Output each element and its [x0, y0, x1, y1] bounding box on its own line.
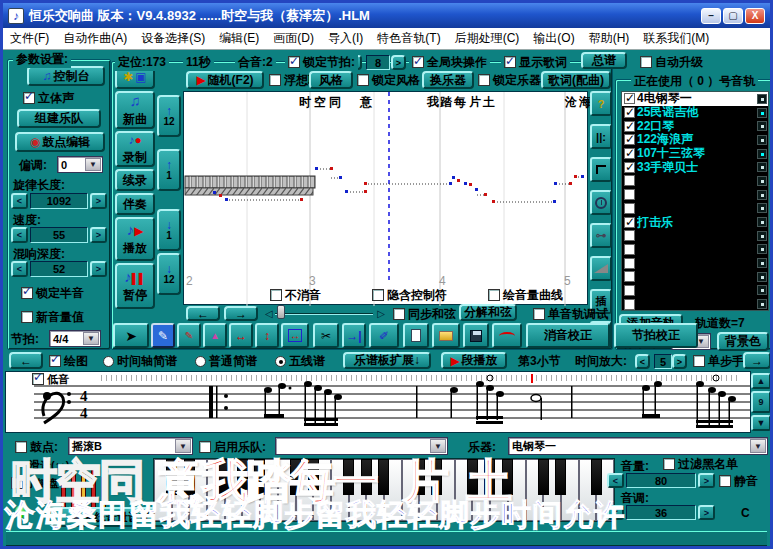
instrument-dropdown[interactable]: 电钢琴一 [508, 437, 768, 455]
piano-key-black[interactable] [308, 459, 319, 495]
mute-checkbox[interactable]: 静音 [719, 475, 758, 488]
reverb-dec[interactable]: < [11, 261, 28, 277]
track-checkbox[interactable] [624, 299, 635, 310]
reverb-inc[interactable]: > [90, 261, 107, 277]
scroll-right-button[interactable]: → [224, 306, 258, 321]
view-right-button[interactable]: → [743, 352, 771, 369]
track-checkbox[interactable] [624, 162, 635, 173]
lock-instrument-checkbox[interactable]: 锁定乐器 [478, 74, 541, 87]
track-row[interactable] [622, 270, 768, 284]
lock-style-checkbox[interactable]: 锁定风格 [357, 74, 420, 87]
track-mini-button[interactable] [757, 190, 767, 200]
track-row[interactable]: 122海浪声 [622, 133, 768, 147]
track-mini-button[interactable] [757, 149, 767, 159]
piano-key-black[interactable] [166, 459, 177, 495]
piano-key-black[interactable] [184, 459, 195, 495]
score-expand-button[interactable]: 乐谱板扩展↓ [343, 352, 431, 369]
staff-score-radio[interactable]: 五线谱 [275, 355, 325, 368]
track-row[interactable]: 22口琴 [622, 119, 768, 133]
track-row[interactable] [622, 297, 768, 311]
menu-item[interactable]: 画面(D) [266, 27, 321, 50]
lyrics-compose-button[interactable]: 歌词(配曲) [541, 71, 611, 89]
menu-item[interactable]: 帮助(H) [582, 27, 637, 50]
menu-item[interactable]: 联系我们(M) [636, 27, 716, 50]
tie-curve-button[interactable] [492, 323, 522, 348]
record-button[interactable]: ♪●录制 [115, 131, 155, 167]
single-track-debug-checkbox[interactable]: 单音轨调试 [533, 308, 608, 321]
menu-item[interactable]: 后期处理(C) [448, 27, 527, 50]
hidden-controller-checkbox[interactable]: 隐含控制符 [372, 287, 447, 304]
open-file-button[interactable] [432, 323, 460, 348]
sync-chord-checkbox[interactable]: 同步和弦 [393, 308, 456, 321]
mute-correct-button[interactable]: 消音校正 [526, 323, 610, 348]
track-row[interactable] [622, 243, 768, 257]
clock-button[interactable] [590, 190, 612, 215]
eraser-tool-button[interactable]: ▲ [203, 323, 227, 348]
play-button[interactable]: ♪▶播放 [115, 217, 155, 261]
random-button[interactable]: ▶随机(F2) [186, 71, 264, 89]
band-dropdown[interactable] [275, 437, 448, 455]
track-row[interactable] [622, 188, 768, 202]
piano-key-black[interactable] [290, 459, 301, 495]
staff-scroll-up[interactable]: ▲ [751, 373, 771, 389]
track-row[interactable]: 107十三弦琴 [622, 147, 768, 161]
track-checkbox[interactable] [624, 175, 635, 186]
menu-item[interactable]: 文件(F) [3, 27, 56, 50]
track-row[interactable] [622, 229, 768, 243]
track-mini-button[interactable] [757, 162, 767, 172]
beat-correct-button[interactable]: 节拍校正 [614, 323, 698, 348]
drum-edit-button[interactable]: ◉鼓点编辑 [15, 132, 105, 152]
track-row[interactable] [622, 174, 768, 188]
track-row[interactable] [622, 256, 768, 270]
track-row[interactable]: 25民谣吉他 [622, 106, 768, 120]
track-checkbox[interactable] [624, 285, 635, 296]
track-mini-button[interactable] [757, 203, 767, 213]
track-checkbox[interactable] [624, 134, 635, 145]
menu-item[interactable]: 编辑(E) [212, 27, 266, 50]
track-checkbox[interactable] [624, 203, 635, 214]
track-checkbox[interactable] [624, 271, 635, 282]
position-slider[interactable]: ◁ ▷ [265, 308, 385, 320]
track-checkbox[interactable] [624, 189, 635, 200]
simple-score-radio[interactable]: 普通简谱 [195, 355, 257, 368]
lock-beat-checkbox[interactable]: 锁定节拍: [285, 54, 358, 71]
track-mini-button[interactable] [757, 285, 767, 295]
speed-slider[interactable]: < 55 > [11, 227, 107, 243]
stereo-checkbox[interactable]: 立体声 [23, 92, 74, 105]
track-row[interactable]: 4电钢琴一 [622, 92, 768, 106]
small-keyboard-checkbox[interactable]: 小键盘 [11, 477, 59, 490]
staff-scroll-down[interactable]: ▼ [751, 415, 771, 431]
transpose-button[interactable]: 1 [157, 149, 181, 191]
pitch-inc[interactable]: > [698, 505, 715, 520]
time-zoom-dec[interactable]: < [635, 354, 650, 369]
piano-key-black[interactable] [591, 459, 602, 495]
lock-beat-next-button[interactable]: > [391, 55, 406, 70]
track-checkbox[interactable] [624, 230, 635, 241]
track-checkbox[interactable] [624, 107, 635, 118]
melody-length-dec[interactable]: < [11, 193, 28, 209]
console-button[interactable]: ♫控制台 [27, 66, 105, 86]
track-checkbox[interactable] [624, 121, 635, 132]
track-mini-button[interactable] [757, 231, 767, 241]
pause-button[interactable]: ♪▌▌暂停 [115, 263, 155, 309]
track-mini-button[interactable] [757, 244, 767, 254]
draw-tool-button[interactable]: ✎ [151, 323, 175, 348]
timeline-score-radio[interactable]: 时间轴简谱 [103, 355, 177, 368]
drum-style-dropdown[interactable]: 摇滚B [68, 437, 193, 455]
staff-scroll-value[interactable]: 9 [751, 391, 771, 413]
piano-key-black[interactable] [555, 459, 566, 495]
draw-volume-checkbox[interactable]: 绘音量曲线 [488, 287, 563, 304]
track-checkbox[interactable] [624, 244, 635, 255]
staff-panel[interactable]: 低音 [5, 371, 751, 433]
new-volume-checkbox[interactable]: 新音量值 [21, 311, 84, 324]
new-file-button[interactable] [403, 323, 429, 348]
melody-length-slider[interactable]: < 1092 > [11, 193, 107, 209]
menu-item[interactable]: 输出(O) [526, 27, 581, 50]
piano-key-black[interactable] [254, 459, 265, 495]
piano-roll-canvas[interactable]: 时空同意我踏每片土沧海 2345 不消音 隐含控制符 绘音量曲线 [183, 91, 588, 305]
piano-key-black[interactable] [343, 459, 354, 495]
stretch-vertical-button[interactable]: ↕ [255, 323, 279, 348]
volume-dec[interactable]: < [607, 473, 624, 488]
track-row[interactable]: 打击乐 [622, 215, 768, 229]
track-checkbox[interactable] [624, 148, 635, 159]
